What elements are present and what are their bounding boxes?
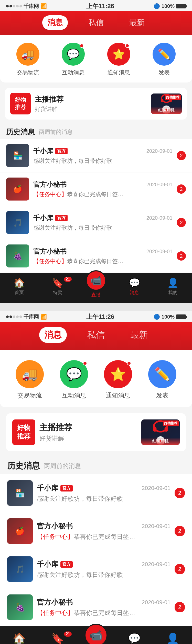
sender-name-s2: 官方小秘书 bbox=[37, 521, 73, 531]
post-label-1: 发表 bbox=[158, 69, 170, 76]
msg-content-s4: 官方小秘书 2020-09-01 【任务中心】恭喜你已完成每日签到... bbox=[37, 598, 170, 617]
table-row[interactable]: 🍎 官方小秘书 2020-09-01 【任务中心】恭喜你已完成每日签到... 2 bbox=[0, 172, 192, 206]
bluetooth-icon: 🔵 bbox=[154, 3, 160, 9]
sender-name-s4: 官方小秘书 bbox=[37, 598, 73, 607]
live-icon-2: 📹 bbox=[90, 629, 102, 641]
sender-name-2: 官方小秘书 bbox=[33, 180, 67, 189]
tab-latest-2[interactable]: 最新 bbox=[125, 327, 153, 343]
grid-item-trade-2[interactable]: 🚚 交易物流 bbox=[16, 360, 44, 400]
nav-live-2[interactable]: 📹 直播 bbox=[77, 630, 115, 644]
msg-date-s3: 2020-09-01 bbox=[142, 561, 170, 568]
msg-top-s1: 千小库 官方 2020-09-01 bbox=[37, 483, 170, 493]
grid-item-interactive-1[interactable]: 💬 互动消息 bbox=[62, 43, 85, 76]
promo-badge-1: 好物推荐 bbox=[10, 93, 31, 114]
tab-messages-2[interactable]: 消息 bbox=[39, 327, 67, 343]
bluetooth-icon-2: 🔵 bbox=[154, 314, 160, 320]
tab-latest-1[interactable]: 最新 bbox=[124, 15, 150, 30]
status-badge: 2 bbox=[175, 526, 185, 536]
grid-item-post-2[interactable]: ✏️ 发表 bbox=[148, 360, 176, 400]
nav-home-2[interactable]: 🏠 首页 bbox=[0, 633, 38, 644]
msg-date-2: 2020-09-01 bbox=[146, 182, 173, 188]
table-row[interactable]: 🍇 官方小秘书 2020-09-01 【任务中心】恭喜你已完成每日签到... 2 bbox=[0, 239, 192, 273]
msg-top-s4: 官方小秘书 2020-09-01 bbox=[37, 598, 170, 607]
sale-badge-2: 21 bbox=[64, 631, 72, 637]
interactive-icon-2: 💬 bbox=[60, 360, 88, 388]
sender-name-s1: 千小库 官方 bbox=[37, 483, 73, 493]
trade-label-1: 交易物流 bbox=[17, 69, 39, 76]
good-tag-1: 好物推荐 bbox=[165, 95, 181, 100]
status-bar-2: 千库网 📶 上午11:26 🔵 100% bbox=[0, 311, 192, 322]
battery-percent-2: 100% bbox=[162, 314, 175, 320]
status-bar-1: 千库网 📶 上午11:26 🔵 100% bbox=[0, 0, 192, 11]
grid-item-interactive-2[interactable]: 💬 互动消息 bbox=[60, 360, 88, 400]
status-right-2: 🔵 100% bbox=[154, 314, 186, 320]
promo-subtitle-1: 好货讲解 bbox=[35, 105, 147, 113]
interactive-label-2: 互动消息 bbox=[62, 391, 86, 400]
nav-sale-2[interactable]: 🔖 21 特卖 bbox=[38, 633, 77, 644]
nav-message-1[interactable]: 💬 消息 bbox=[115, 278, 154, 296]
table-row[interactable]: 🍎 官方小秘书 2020-09-01 【任务中心】恭喜你已完成每日签到... 2 bbox=[0, 512, 192, 550]
table-row[interactable]: 🎵 千小库 官方 2020-09-01 感谢关注好歌坊，每日带你好歌 2 bbox=[0, 550, 192, 588]
promo-image-1[interactable]: 好物推荐 ▶ 红魔耳机 bbox=[151, 93, 182, 114]
msg-date-s2: 2020-09-01 bbox=[142, 523, 170, 530]
bottom-nav-2: 🏠 首页 🔖 21 特卖 📹 直播 💬 消息 👤 我的 bbox=[0, 626, 192, 644]
carrier-label: 千库网 bbox=[24, 3, 39, 10]
wifi-icon: 📶 bbox=[40, 3, 47, 9]
interactive-icon-1: 💬 bbox=[62, 43, 85, 66]
promo-image-2[interactable]: 好物推荐 ▶ 红魔耳机 bbox=[141, 419, 180, 445]
message-icon: 💬 bbox=[129, 278, 140, 288]
nav-live-1[interactable]: 📹 直播 bbox=[77, 275, 115, 298]
table-row[interactable]: 🍇 官方小秘书 2020-09-01 【任务中心】恭喜你已完成每日签到... 2 bbox=[0, 588, 192, 626]
nav-sale-1[interactable]: 🔖 21 特卖 bbox=[38, 278, 77, 296]
msg-date-1: 2020-09-01 bbox=[146, 148, 173, 154]
msg-content-4: 官方小秘书 2020-09-01 【任务中心】恭喜你已完成每日签到... bbox=[33, 247, 173, 265]
time-display: 上午11:26 bbox=[86, 2, 114, 10]
tab-dm-2[interactable]: 私信 bbox=[82, 327, 110, 343]
nav-mine-2[interactable]: 👤 我的 bbox=[154, 633, 192, 644]
table-row[interactable]: 🏪 千小库 官方 2020-09-01 感谢关注好歌坊，每日带你好歌 2 bbox=[0, 474, 192, 512]
message-label-1: 消息 bbox=[130, 289, 139, 296]
nav-message-2[interactable]: 💬 消息 bbox=[115, 633, 154, 644]
official-tag-s3: 官方 bbox=[60, 561, 73, 568]
svg-rect-5 bbox=[165, 427, 168, 431]
mine-label-1: 我的 bbox=[168, 289, 177, 296]
sender-name-s3: 千小库 官方 bbox=[37, 559, 73, 569]
table-row[interactable]: 🏪 千小库 官方 2020-09-01 感谢关注好歌坊，每日带你好歌 2 bbox=[0, 139, 192, 172]
notify-badge-1 bbox=[125, 44, 129, 48]
grid-item-trade-1[interactable]: 🚚 交易物流 bbox=[16, 43, 39, 76]
shelves-avatar-1: 🏪 bbox=[6, 144, 29, 167]
food-avatar-1: 🍎 bbox=[6, 178, 29, 201]
status-badge: 2 bbox=[177, 251, 186, 261]
live-button-2[interactable]: 📹 bbox=[84, 624, 108, 644]
status-left: 千库网 📶 bbox=[6, 3, 47, 10]
grid-item-notify-2[interactable]: ⭐ 通知消息 bbox=[104, 360, 132, 400]
grid-item-notify-1[interactable]: ⭐ 通知消息 bbox=[107, 43, 130, 76]
food-avatar-2: 🍎 bbox=[7, 518, 33, 544]
promo-banner-2[interactable]: 好物推荐 主播推荐 好货讲解 好物推荐 ▶ 红魔耳机 bbox=[6, 413, 186, 451]
notify-badge-2 bbox=[127, 361, 131, 365]
sale-icon-2: 🔖 bbox=[51, 633, 64, 644]
msg-content-s2: 官方小秘书 2020-09-01 【任务中心】恭喜你已完成每日签到... bbox=[37, 521, 170, 541]
sender-name-4: 官方小秘书 bbox=[33, 247, 67, 256]
good-tag-2: 好物推荐 bbox=[163, 420, 179, 426]
tab-dm-1[interactable]: 私信 bbox=[83, 15, 109, 30]
interactive-badge-1 bbox=[80, 44, 84, 48]
msg-top-s2: 官方小秘书 2020-09-01 bbox=[37, 521, 170, 531]
post-label-2: 发表 bbox=[156, 391, 168, 400]
interactive-label-1: 互动消息 bbox=[62, 69, 84, 76]
table-row[interactable]: 🎵 千小库 官方 2020-09-01 感谢关注好歌坊，每日带你好歌 2 bbox=[0, 206, 192, 239]
s-dot2 bbox=[9, 315, 12, 318]
status-badge: 2 bbox=[177, 184, 186, 194]
official-tag-s1: 官方 bbox=[60, 485, 73, 491]
avatar: 🎵 bbox=[6, 211, 29, 234]
promo-banner-1[interactable]: 好物推荐 主播推荐 好货讲解 好物推荐 ▶ 红魔耳机 bbox=[5, 88, 187, 120]
nav-mine-1[interactable]: 👤 我的 bbox=[154, 278, 192, 296]
grid-item-post-1[interactable]: ✏️ 发表 bbox=[153, 43, 176, 76]
msg-preview-4: 【任务中心】恭喜你已完成每日签到... bbox=[33, 257, 125, 265]
battery-icon bbox=[176, 4, 186, 8]
history-subtitle-1: 两周前的消息 bbox=[39, 128, 73, 136]
grapes-avatar-1: 🍇 bbox=[6, 244, 29, 267]
nav-home-1[interactable]: 🏠 首页 bbox=[0, 278, 38, 296]
tab-messages-1[interactable]: 消息 bbox=[42, 15, 68, 30]
live-button-1[interactable]: 📹 bbox=[86, 270, 106, 291]
